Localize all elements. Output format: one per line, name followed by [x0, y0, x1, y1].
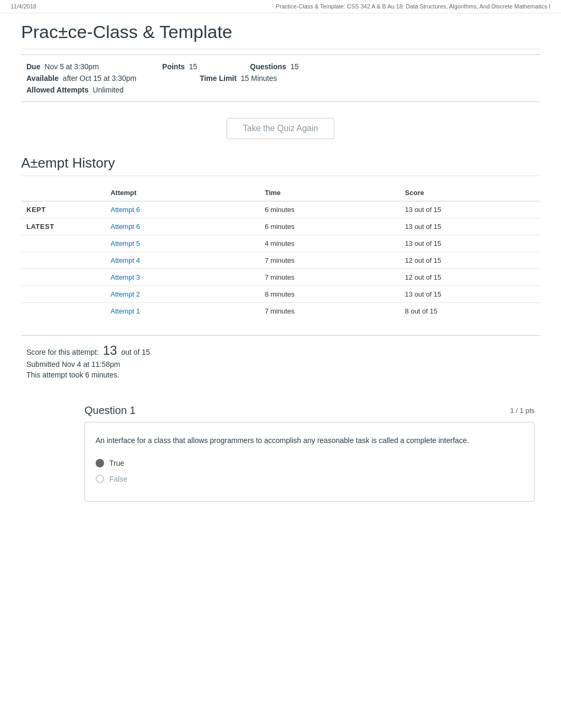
score-line: Score for this attempt: 13 out of 15 — [26, 343, 535, 358]
question-options: TrueFalse — [96, 459, 523, 483]
meta-row-1: Due Nov 5 at 3:30pm Points 15 Questions … — [26, 62, 535, 71]
top-bar: 11/4/2018 Practice-Class & Template: CSS… — [0, 0, 561, 13]
badge-cell — [21, 286, 105, 303]
timelimit-label: Time Limit 15 Minutes — [200, 74, 277, 82]
score-cell: 13 out of 15 — [400, 235, 540, 252]
score-cell: 13 out of 15 — [400, 218, 540, 235]
attempt-cell[interactable]: Attempt 3 — [105, 269, 259, 286]
question-1-pts: 1 / 1 pts — [510, 407, 535, 414]
available-label: Available after Oct 15 at 3:30pm — [26, 74, 136, 82]
table-row: Attempt 54 minutes13 out of 15 — [21, 235, 540, 252]
answer-option: False — [96, 475, 523, 483]
radio-selected-icon[interactable] — [96, 459, 104, 467]
attempt-history-title: A±empt History — [21, 155, 540, 176]
attempts-label: Allowed Attempts Unlimited — [26, 86, 124, 94]
take-quiz-section: Take the Quiz Again — [21, 118, 540, 139]
attempt-cell[interactable]: Attempt 5 — [105, 235, 259, 252]
attempt-link[interactable]: Attempt 6 — [110, 206, 140, 214]
time-cell: 8 minutes — [259, 286, 399, 303]
table-row: Attempt 17 minutes8 out of 15 — [21, 303, 540, 320]
score-cell: 13 out of 15 — [400, 201, 540, 218]
points-label: Points 15 — [162, 62, 197, 71]
time-cell: 6 minutes — [259, 201, 399, 218]
badge-cell — [21, 235, 105, 252]
score-cell: 8 out of 15 — [400, 303, 540, 320]
table-row: Attempt 37 minutes12 out of 15 — [21, 269, 540, 286]
meta-row-3: Allowed Attempts Unlimited — [26, 86, 535, 94]
time-cell: 7 minutes — [259, 269, 399, 286]
due-label: Due Nov 5 at 3:30pm — [26, 62, 99, 71]
main-content: Prac±ce-Class & Template Due Nov 5 at 3:… — [0, 13, 561, 523]
table-row: Attempt 28 minutes13 out of 15 — [21, 286, 540, 303]
question-1-title: Question 1 — [85, 404, 136, 417]
page-title: Prac±ce-Class & Template — [21, 22, 540, 49]
duration-line: This attempt took 6 minutes. — [26, 371, 535, 379]
attempt-cell[interactable]: Attempt 4 — [105, 252, 259, 269]
score-number: 13 — [103, 343, 117, 357]
badge-cell — [21, 252, 105, 269]
attempt-link[interactable]: Attempt 5 — [110, 239, 140, 247]
badge-cell: LATEST — [21, 218, 105, 235]
breadcrumb: Practice-Class & Template: CSS 342 A & B… — [276, 3, 550, 10]
attempt-cell[interactable]: Attempt 6 — [105, 201, 259, 218]
attempt-link[interactable]: Attempt 3 — [110, 273, 140, 281]
attempt-table: Attempt Time Score KEPTAttempt 66 minute… — [21, 185, 540, 319]
take-quiz-button[interactable]: Take the Quiz Again — [227, 118, 334, 139]
questions-label: Questions 15 — [250, 62, 298, 71]
time-cell: 6 minutes — [259, 218, 399, 235]
score-cell: 13 out of 15 — [400, 286, 540, 303]
time-cell: 4 minutes — [259, 235, 399, 252]
date-label: 11/4/2018 — [11, 3, 36, 10]
table-row: Attempt 47 minutes12 out of 15 — [21, 252, 540, 269]
col-header-badge — [21, 185, 105, 201]
meta-row-2: Available after Oct 15 at 3:30pm Time Li… — [26, 74, 535, 82]
attempt-cell[interactable]: Attempt 6 — [105, 218, 259, 235]
col-header-time: Time — [259, 185, 399, 201]
question-1-box: An interface for a class that allows pro… — [85, 422, 535, 502]
question-1-section: Question 1 1 / 1 pts An interface for a … — [85, 404, 535, 502]
attempt-link[interactable]: Attempt 1 — [110, 307, 140, 315]
question-1-text: An interface for a class that allows pro… — [96, 435, 523, 446]
table-row: LATESTAttempt 66 minutes13 out of 15 — [21, 218, 540, 235]
answer-label: False — [109, 475, 127, 483]
radio-unselected-icon[interactable] — [96, 475, 104, 483]
attempt-link[interactable]: Attempt 6 — [110, 223, 140, 231]
time-cell: 7 minutes — [259, 303, 399, 320]
score-cell: 12 out of 15 — [400, 269, 540, 286]
score-suffix: out of 15 — [121, 348, 150, 356]
badge-cell — [21, 269, 105, 286]
attempt-link[interactable]: Attempt 2 — [110, 290, 140, 298]
answer-label: True — [109, 459, 124, 467]
score-cell: 12 out of 15 — [400, 252, 540, 269]
answer-option: True — [96, 459, 523, 467]
question-1-header: Question 1 1 / 1 pts — [85, 404, 535, 417]
score-prefix: Score for this attempt: — [26, 348, 99, 356]
col-header-score: Score — [400, 185, 540, 201]
attempt-link[interactable]: Attempt 4 — [110, 256, 140, 264]
col-header-attempt: Attempt — [105, 185, 259, 201]
badge-cell: KEPT — [21, 201, 105, 218]
attempt-cell[interactable]: Attempt 2 — [105, 286, 259, 303]
badge-cell — [21, 303, 105, 320]
table-row: KEPTAttempt 66 minutes13 out of 15 — [21, 201, 540, 218]
time-cell: 7 minutes — [259, 252, 399, 269]
attempt-cell[interactable]: Attempt 1 — [105, 303, 259, 320]
submitted-line: Submitted Nov 4 at 11:58pm — [26, 360, 535, 368]
score-summary: Score for this attempt: 13 out of 15 Sub… — [21, 335, 540, 389]
quiz-meta: Due Nov 5 at 3:30pm Points 15 Questions … — [21, 54, 540, 102]
